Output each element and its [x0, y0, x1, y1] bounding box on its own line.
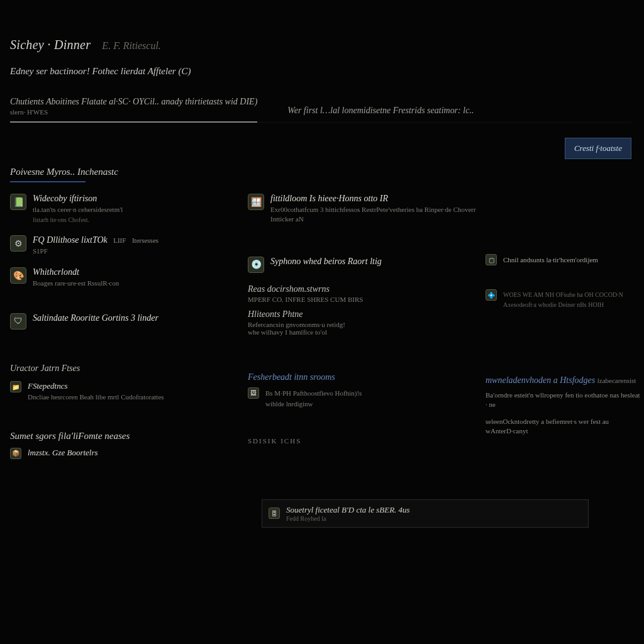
link[interactable]: Fesherbeadt itnn srooms: [248, 372, 480, 382]
description: seleenOckntodretty a befiemret·s wer fes…: [486, 417, 643, 436]
sub-heading-caption: whe wilhavy I hamlfice to'ol: [248, 328, 480, 336]
item-sub: Dncliae hesrcoren Beah libe mrtl Cudofra…: [28, 392, 164, 402]
list-item[interactable]: 📦 lmzstx. Gze Boortelrs: [10, 448, 243, 459]
item-sub: WOES WE AM NH OFsuhe ha OH COCOD·N: [503, 291, 623, 299]
gear-icon: ⚙: [10, 235, 26, 252]
link-row: mwneladenvhoden a Htsfodges lzabecarensi…: [486, 375, 643, 386]
item-title: Widecoby iftirison: [33, 194, 123, 204]
column-1: 📗 Widecoby iftirison tla.tan'ts cerer·n …: [10, 194, 243, 470]
list-item[interactable]: ⚙ FQ Dllithose lixtTOk LIIF Itersesses S…: [10, 235, 243, 256]
square-icon: ▢: [486, 254, 497, 265]
link-tail: lzabecarensist: [597, 377, 636, 384]
list-item[interactable]: ▢ Chnil andsunts la·tir'hcem'ordijem: [486, 254, 643, 265]
item-sub: tla.tan'ts cerer·n cehersidesretm'l: [33, 205, 123, 214]
sub-heading: Hliteonts Phtne: [248, 309, 480, 319]
palette-icon: 🎨: [10, 267, 26, 284]
section-header: Poivesne Myros.. Inchenastc: [10, 167, 631, 182]
list-item[interactable]: 📁 FStepedtncs Dncliae hesrcoren Beah lib…: [10, 381, 243, 402]
header: Sichey · Dinner E. F. Ritiescul.: [10, 38, 631, 52]
column-3: ▢ Chnil andsunts la·tir'hcem'ordijem 💠 W…: [486, 194, 643, 470]
folder-icon: 📁: [10, 381, 21, 392]
subsection-heading: Uractor Jatrn Ftses: [10, 364, 243, 374]
disc-icon: 💿: [248, 257, 264, 273]
item-title: FStepedtncs: [28, 381, 164, 391]
create-button[interactable]: Cresti f·toatste: [565, 138, 631, 159]
list-item[interactable]: 🖼 Bs M·PH Pafthoostflevo Hofhin)!s wihld…: [248, 387, 480, 409]
footer-card-title: Souetryl ficeteal B'D cta le sBER. 4us: [286, 505, 410, 515]
subsection-heading: Sumet sgors fila'liFomte neases: [10, 431, 243, 441]
item-sub: listarh ite·ons Chofest.: [33, 216, 123, 225]
link[interactable]: mwneladenvhoden a Htsfodges: [486, 375, 595, 385]
list-item[interactable]: 💠 WOES WE AM NH OFsuhe ha OH COCOD·N Axe…: [486, 289, 643, 309]
tabs: Chutients Aboitines Flatate al·SC· OYCil…: [10, 97, 631, 123]
item-sub: Bs M·PH Pafthoostflevo Hofhin)!s: [265, 389, 362, 398]
list-item[interactable]: 💿 Syphono whed beiros Raort ltig: [248, 257, 480, 273]
chip-icon: 💠: [486, 289, 497, 301]
item-title: Syphono whed beiros Raort ltig: [270, 257, 382, 267]
item-sub: S1PF: [33, 247, 158, 256]
item-title: lmzstx. Gze Boortelrs: [28, 448, 98, 458]
tab-secondary[interactable]: Wer first l…lal lonemidisetne Frestrids …: [287, 106, 474, 122]
item-title: Chnil andsunts la·tir'hcem'ordijem: [503, 255, 598, 265]
item-title: fittildloom Is hieee·Honns otto IR: [270, 194, 480, 204]
sub-heading-caption: Refercancsin gnvomonms·u retidg!: [248, 321, 480, 328]
window-icon: 🪟: [248, 194, 264, 210]
badge: LIIF: [113, 236, 126, 244]
column-2: 🪟 fittildloom Is hieee·Honns otto IR Exr…: [248, 194, 480, 470]
item-title: Whithcrlondt: [33, 267, 119, 277]
shield-icon: 🛡: [10, 313, 26, 330]
item-title: Saltindate Rooritte Gortins 3 linder: [33, 313, 158, 323]
description: Ba'orndre esteit'n wllropeny fen tio eot…: [486, 391, 643, 409]
tab-primary[interactable]: Chutients Aboitines Flatate al·SC· OYCil…: [10, 97, 257, 122]
list-item[interactable]: 📗 Widecoby iftirison tla.tan'ts cerer·n …: [10, 194, 243, 224]
subtitle: Edney ser bactinoor! Fothec lierdat Afft…: [10, 66, 631, 77]
list-item[interactable]: 🎨 Whithcrlondt Boages rare·ure·est Rssul…: [10, 267, 243, 288]
app-title: Sichey · Dinner: [10, 38, 91, 52]
cube-icon: 🎛: [269, 508, 280, 519]
sub-heading: SDISIK ICHS: [248, 437, 480, 445]
section-title: Poivesne Myros.. Inchenastc: [10, 167, 631, 177]
image-icon: 🖼: [248, 387, 259, 399]
item-title: FQ Dllithose lixtTOk: [33, 235, 108, 245]
item-sub: wihlde lnrdiginw: [265, 399, 362, 409]
tag: Itersesses: [132, 236, 158, 244]
tab-primary-line2: slern· H'WES: [10, 108, 257, 116]
box-icon: 📦: [10, 448, 21, 459]
section-underline: [10, 181, 86, 182]
footer-card[interactable]: 🎛 Souetryl ficeteal B'D cta le sBER. 4us…: [262, 499, 589, 528]
tab-primary-line1: Chutients Aboitines Flatate al·SC· OYCil…: [10, 97, 257, 107]
book-icon: 📗: [10, 194, 26, 210]
footer-card-sub: Fedd Royhed la: [286, 515, 410, 522]
sub-heading: Reas docirshom.stwrns: [248, 284, 480, 294]
item-sub: Exr00cothatfcum 3 hittichfessos RestrPet…: [270, 205, 480, 224]
list-item[interactable]: 🛡 Saltindate Rooritte Gortins 3 linder: [10, 313, 243, 330]
item-sub: Boages rare·ure·est RssulR·con: [33, 279, 119, 288]
item-sub: Axesodeoft·a whodie Deiner nBs HOIH: [503, 301, 623, 309]
list-item[interactable]: 🪟 fittildloom Is hieee·Honns otto IR Exr…: [248, 194, 480, 224]
sub-heading-caption: MPERF CO. INFRE SHRES CUM BIRS: [248, 296, 480, 303]
content-grid: 📗 Widecoby iftirison tla.tan'ts cerer·n …: [10, 194, 631, 470]
app-version: E. F. Ritiescul.: [102, 40, 160, 52]
